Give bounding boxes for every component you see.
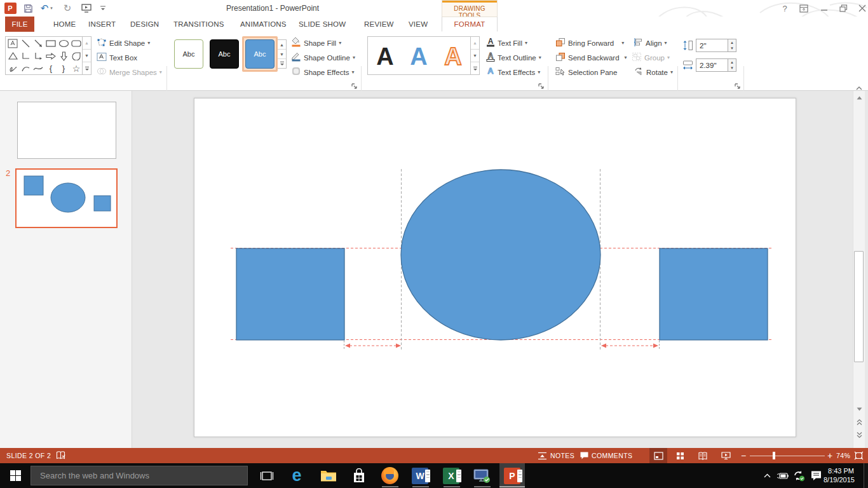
wordart-preview-black[interactable]: A <box>372 42 398 70</box>
shape-triangle-icon[interactable] <box>6 50 19 63</box>
taskbar-computer-icon[interactable] <box>469 463 494 488</box>
tray-action-center-icon[interactable] <box>808 463 824 488</box>
shape-styles-more[interactable] <box>278 59 286 68</box>
shape-textbox-icon[interactable] <box>6 37 19 50</box>
slide-shape-rectangle-right[interactable] <box>660 248 768 340</box>
shape-styles-scroll-up[interactable]: ▲ <box>278 40 286 50</box>
wordart-dialog-launcher[interactable] <box>538 81 546 90</box>
shape-style-preview-3-selected[interactable]: Abc <box>245 39 275 69</box>
start-slideshow-button[interactable] <box>80 3 93 14</box>
tray-sync-status-icon[interactable] <box>792 463 806 488</box>
taskbar-edge-icon[interactable]: e <box>284 463 309 488</box>
taskbar-excel-icon[interactable]: X <box>438 463 464 488</box>
text-effects-button[interactable]: A Text Effects▾ <box>486 66 540 79</box>
shape-right-arrow-icon[interactable] <box>44 50 57 63</box>
taskbar-store-icon[interactable] <box>346 463 372 488</box>
gallery-more-button[interactable] <box>83 62 91 74</box>
zoom-slider-track[interactable] <box>750 456 825 457</box>
tab-insert[interactable]: INSERT <box>88 17 116 32</box>
zoom-out-button[interactable]: − <box>741 448 747 463</box>
tray-battery-icon[interactable] <box>775 463 789 488</box>
shape-rounded-rectangle-icon[interactable] <box>70 37 83 50</box>
shape-fill-button[interactable]: Shape Fill▾ <box>291 37 341 50</box>
shape-outline-button[interactable]: Shape Outline▾ <box>291 51 355 64</box>
tab-transitions[interactable]: TRANSITIONS <box>173 17 224 32</box>
normal-view-button[interactable] <box>649 448 667 463</box>
wordart-preview-orange-outline[interactable]: A <box>440 42 466 70</box>
help-button[interactable]: ? <box>776 2 793 15</box>
slide-shape-oval[interactable] <box>401 170 600 340</box>
slide-sorter-view-button[interactable] <box>671 448 689 463</box>
reading-view-button[interactable] <box>694 448 712 463</box>
shape-elbow-arrow-connector-icon[interactable] <box>32 50 44 63</box>
slide-show-view-button[interactable] <box>717 448 735 463</box>
tray-show-hidden-icons-chevron[interactable] <box>761 463 773 488</box>
wordart-scroll-up[interactable]: ▲ <box>471 37 479 50</box>
shape-star-icon[interactable]: ☆ <box>70 62 83 75</box>
slide-1-thumbnail[interactable] <box>17 102 116 159</box>
shape-left-brace-icon[interactable]: { <box>44 62 57 75</box>
taskbar-clock[interactable]: 8:43 PM 8/19/2015 <box>824 466 854 484</box>
shape-styles-scroll-down[interactable]: ▼ <box>278 50 286 59</box>
customize-quick-access-caret[interactable] <box>97 3 109 14</box>
shape-teardrop-icon[interactable] <box>70 50 83 63</box>
gallery-scroll-down-button[interactable]: ▼ <box>83 50 91 62</box>
width-spin-up[interactable]: ▲ <box>728 59 736 65</box>
selection-pane-button[interactable]: Selection Pane <box>555 66 617 79</box>
tab-home[interactable]: HOME <box>53 17 76 32</box>
ribbon-display-options-button[interactable] <box>796 2 812 15</box>
shape-right-brace-icon[interactable]: } <box>57 62 70 75</box>
scroll-up-button[interactable] <box>854 93 864 103</box>
taskbar-firefox-icon[interactable] <box>377 463 402 488</box>
task-view-button[interactable] <box>254 463 280 488</box>
merge-shapes-button[interactable]: Merge Shapes▾ <box>97 66 162 79</box>
slide-2-thumbnail-selected[interactable] <box>15 168 118 228</box>
repeat-button[interactable]: ↻ <box>61 3 74 14</box>
minimize-button[interactable] <box>816 2 832 15</box>
comments-toggle[interactable]: COMMENTS <box>592 448 632 463</box>
text-outline-button[interactable]: A Text Outline▾ <box>486 51 541 64</box>
height-spin-up[interactable]: ▲ <box>728 39 736 46</box>
shape-line-icon[interactable] <box>19 37 32 50</box>
scrollbar-thumb[interactable] <box>854 251 864 362</box>
text-box-button[interactable]: Text Box <box>97 51 137 64</box>
shape-style-preview-2[interactable]: Abc <box>210 39 239 69</box>
group-button[interactable]: Group▾ <box>632 51 670 64</box>
wordart-more[interactable] <box>471 62 479 74</box>
shape-styles-dialog-launcher[interactable] <box>351 81 359 90</box>
size-dialog-launcher[interactable] <box>734 81 742 90</box>
wordart-scroll-down[interactable]: ▼ <box>471 50 479 62</box>
shape-arc-icon[interactable] <box>19 62 32 75</box>
zoom-slider-thumb[interactable] <box>773 452 775 459</box>
taskbar-search-input[interactable] <box>31 466 247 485</box>
edit-shape-button[interactable]: Edit Shape▾ <box>97 37 150 50</box>
slide-indicator[interactable]: SLIDE 2 OF 2 <box>6 448 51 463</box>
taskbar-powerpoint-icon-active[interactable]: P <box>499 463 525 488</box>
shape-curve-icon[interactable] <box>32 62 44 75</box>
undo-dropdown-caret[interactable]: ▾ <box>48 3 55 14</box>
spell-check-icon[interactable] <box>56 451 67 461</box>
align-button[interactable]: Align▾ <box>634 37 667 50</box>
fit-slide-to-window-button[interactable] <box>854 451 864 460</box>
taskbar-file-explorer-icon[interactable] <box>316 463 341 488</box>
zoom-percentage[interactable]: 74% <box>836 448 850 463</box>
height-spin-down[interactable]: ▼ <box>728 46 736 52</box>
slide-shape-rectangle-left[interactable] <box>236 248 344 340</box>
restore-button[interactable] <box>835 2 851 15</box>
close-button[interactable] <box>854 2 868 15</box>
slide-editing-area[interactable] <box>194 98 796 437</box>
gallery-scroll-up-button[interactable]: ▲ <box>83 37 91 50</box>
width-spin-down[interactable]: ▼ <box>728 65 736 72</box>
bring-forward-button[interactable]: Bring Forward▾ <box>555 37 624 50</box>
tab-animations[interactable]: ANIMATIONS <box>240 17 287 32</box>
taskbar-search[interactable] <box>31 466 248 485</box>
scroll-down-button[interactable] <box>854 404 864 414</box>
shape-effects-button[interactable]: Shape Effects▾ <box>291 66 354 79</box>
tab-design[interactable]: DESIGN <box>130 17 159 32</box>
tab-slide-show[interactable]: SLIDE SHOW <box>299 17 346 32</box>
rotate-button[interactable]: Rotate▾ <box>634 66 673 79</box>
next-slide-button[interactable] <box>854 430 864 440</box>
tab-format-active[interactable]: FORMAT <box>442 17 498 32</box>
shape-style-preview-1[interactable]: Abc <box>174 39 203 69</box>
send-backward-button[interactable]: Send Backward▾ <box>555 51 627 64</box>
